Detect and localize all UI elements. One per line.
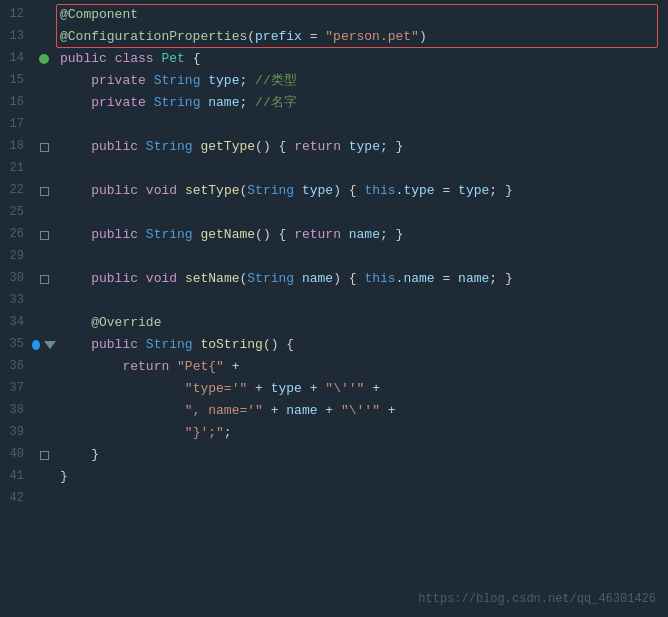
line-17: 17 xyxy=(0,114,668,136)
line-num-36: 36 xyxy=(0,357,32,376)
line-21: 21 xyxy=(0,158,668,180)
line-13: 13 @ConfigurationProperties(prefix = "pe… xyxy=(0,26,668,48)
line-content-21 xyxy=(56,159,668,180)
line-num-17: 17 xyxy=(0,115,32,134)
square-icon-18 xyxy=(40,143,49,152)
line-40: 40 } xyxy=(0,444,668,466)
line-content-18: public String getType() { return type; } xyxy=(56,137,668,158)
line-num-16: 16 xyxy=(0,93,32,112)
line-content-36: return "Pet{" + xyxy=(56,357,668,378)
line-num-42: 42 xyxy=(0,489,32,508)
line-num-29: 29 xyxy=(0,247,32,266)
line-num-21: 21 xyxy=(0,159,32,178)
line-content-25 xyxy=(56,203,668,224)
line-content-15: private String type; //类型 xyxy=(56,71,668,92)
line-num-12: 12 xyxy=(0,5,32,24)
gutter-22 xyxy=(32,187,56,196)
line-content-33 xyxy=(56,291,668,312)
square-icon-22 xyxy=(40,187,49,196)
gutter-26 xyxy=(32,231,56,240)
line-num-37: 37 xyxy=(0,379,32,398)
line-content-35: public String toString() { xyxy=(56,335,668,356)
gutter-40 xyxy=(32,451,56,460)
code-editor: 12 @Component 13 @ConfigurationPropertie… xyxy=(0,0,668,617)
line-15: 15 private String type; //类型 xyxy=(0,70,668,92)
line-content-37: "type='" + type + "\''" + xyxy=(56,379,668,400)
line-num-35: 35 xyxy=(0,335,32,354)
line-num-34: 34 xyxy=(0,313,32,332)
line-30: 30 public void setName(String name) { th… xyxy=(0,268,668,290)
line-37: 37 "type='" + type + "\''" + xyxy=(0,378,668,400)
line-16: 16 private String name; //名字 xyxy=(0,92,668,114)
line-36: 36 return "Pet{" + xyxy=(0,356,668,378)
line-num-41: 41 xyxy=(0,467,32,486)
line-content-13: @ConfigurationProperties(prefix = "perso… xyxy=(56,27,668,48)
blue-dot-icon xyxy=(32,340,40,350)
line-content-17 xyxy=(56,115,668,136)
line-38: 38 ", name='" + name + "\''" + xyxy=(0,400,668,422)
line-14: 14 public class Pet { xyxy=(0,48,668,70)
line-num-13: 13 xyxy=(0,27,32,46)
square-icon-30 xyxy=(40,275,49,284)
line-num-33: 33 xyxy=(0,291,32,310)
gutter-14 xyxy=(32,54,56,64)
line-content-12: @Component xyxy=(56,5,668,26)
line-42: 42 xyxy=(0,488,668,510)
line-num-18: 18 xyxy=(0,137,32,156)
line-22: 22 public void setType(String type) { th… xyxy=(0,180,668,202)
line-content-16: private String name; //名字 xyxy=(56,93,668,114)
watermark: https://blog.csdn.net/qq_46301426 xyxy=(418,590,656,609)
square-icon-40 xyxy=(40,451,49,460)
line-content-26: public String getName() { return name; } xyxy=(56,225,668,246)
line-num-39: 39 xyxy=(0,423,32,442)
green-dot-icon xyxy=(39,54,49,64)
line-content-34: @Override xyxy=(56,313,668,334)
code-lines: 12 @Component 13 @ConfigurationPropertie… xyxy=(0,0,668,514)
line-num-30: 30 xyxy=(0,269,32,288)
line-content-42 xyxy=(56,489,668,510)
square-icon-26 xyxy=(40,231,49,240)
line-num-26: 26 xyxy=(0,225,32,244)
line-content-38: ", name='" + name + "\''" + xyxy=(56,401,668,422)
line-29: 29 xyxy=(0,246,668,268)
line-34: 34 @Override xyxy=(0,312,668,334)
line-41: 41 } xyxy=(0,466,668,488)
line-content-39: "}';"; xyxy=(56,423,668,444)
line-25: 25 xyxy=(0,202,668,224)
line-num-38: 38 xyxy=(0,401,32,420)
triangle-icon xyxy=(44,341,56,349)
line-content-29 xyxy=(56,247,668,268)
line-26: 26 public String getName() { return name… xyxy=(0,224,668,246)
line-content-41: } xyxy=(56,467,668,488)
gutter-30 xyxy=(32,275,56,284)
line-num-25: 25 xyxy=(0,203,32,222)
line-12: 12 @Component xyxy=(0,4,668,26)
line-num-22: 22 xyxy=(0,181,32,200)
line-35: 35 public String toString() { xyxy=(0,334,668,356)
line-39: 39 "}';"; xyxy=(0,422,668,444)
gutter-35 xyxy=(32,340,56,350)
line-num-40: 40 xyxy=(0,445,32,464)
line-num-15: 15 xyxy=(0,71,32,90)
line-33: 33 xyxy=(0,290,668,312)
line-18: 18 public String getType() { return type… xyxy=(0,136,668,158)
gutter-18 xyxy=(32,143,56,152)
line-content-14: public class Pet { xyxy=(56,49,668,70)
line-content-22: public void setType(String type) { this.… xyxy=(56,181,668,202)
line-content-40: } xyxy=(56,445,668,466)
line-content-30: public void setName(String name) { this.… xyxy=(56,269,668,290)
line-num-14: 14 xyxy=(0,49,32,68)
